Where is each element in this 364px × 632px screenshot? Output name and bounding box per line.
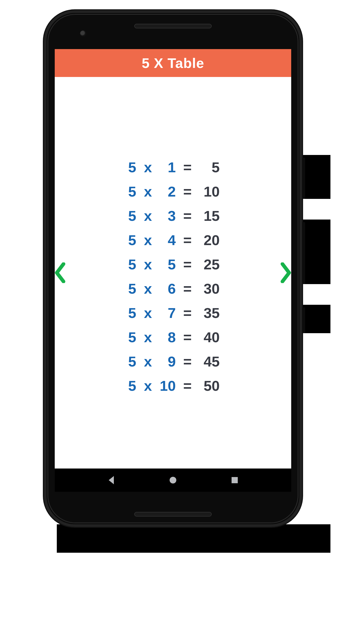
- chevron-left-icon: [55, 262, 66, 283]
- row-result: 50: [199, 379, 220, 393]
- row-equals: =: [180, 257, 194, 272]
- row-equals: =: [180, 160, 194, 175]
- row-result: 30: [199, 282, 220, 296]
- row-x: x: [143, 306, 153, 320]
- speaker-top: [134, 24, 212, 28]
- row-x: x: [143, 257, 153, 272]
- svg-rect-1: [232, 477, 238, 483]
- row-x: x: [143, 354, 153, 369]
- row-result: 25: [199, 257, 220, 272]
- row-result: 35: [199, 306, 220, 320]
- volume-down-button[interactable]: [302, 222, 305, 284]
- row-x: x: [143, 330, 153, 345]
- table-row: 5x2=10: [126, 184, 220, 199]
- svg-point-0: [170, 477, 176, 483]
- front-camera: [80, 30, 86, 37]
- row-x: x: [143, 209, 153, 223]
- row-multiplier: 1: [158, 160, 176, 175]
- row-base: 5: [126, 233, 138, 247]
- row-base: 5: [126, 282, 138, 296]
- content-area: 5x1=55x2=105x3=155x4=205x5=255x6=305x7=3…: [55, 77, 291, 469]
- table-row: 5x7=35: [126, 306, 220, 320]
- power-button[interactable]: [302, 307, 305, 333]
- table-row: 5x1=5: [126, 160, 220, 175]
- row-multiplier: 10: [158, 379, 176, 393]
- row-multiplier: 2: [158, 184, 176, 199]
- row-equals: =: [180, 330, 194, 345]
- row-equals: =: [180, 306, 194, 320]
- row-base: 5: [126, 330, 138, 345]
- nav-back-icon: [106, 475, 116, 485]
- row-base: 5: [126, 379, 138, 393]
- row-equals: =: [180, 282, 194, 296]
- row-equals: =: [180, 354, 194, 369]
- app-title-bar: 5 X Table: [55, 49, 291, 77]
- table-row: 5x10=50: [126, 379, 220, 393]
- row-base: 5: [126, 354, 138, 369]
- row-result: 5: [199, 160, 220, 175]
- row-multiplier: 6: [158, 282, 176, 296]
- nav-home-icon: [168, 475, 178, 485]
- table-row: 5x4=20: [126, 233, 220, 247]
- row-multiplier: 9: [158, 354, 176, 369]
- prev-table-button[interactable]: [55, 262, 66, 283]
- row-x: x: [143, 233, 153, 247]
- next-table-button[interactable]: [280, 262, 291, 283]
- row-equals: =: [180, 209, 194, 223]
- row-equals: =: [180, 184, 194, 199]
- row-multiplier: 3: [158, 209, 176, 223]
- row-base: 5: [126, 209, 138, 223]
- chevron-right-icon: [280, 262, 291, 283]
- row-base: 5: [126, 184, 138, 199]
- android-home-button[interactable]: [168, 475, 178, 485]
- row-equals: =: [180, 379, 194, 393]
- row-result: 15: [199, 209, 220, 223]
- volume-up-button[interactable]: [302, 158, 305, 199]
- row-result: 20: [199, 233, 220, 247]
- table-row: 5x3=15: [126, 209, 220, 223]
- row-multiplier: 4: [158, 233, 176, 247]
- screen: 5 X Table 5x1=55x2=105x3=155x4=205x5=255…: [55, 49, 291, 492]
- row-equals: =: [180, 233, 194, 247]
- row-multiplier: 8: [158, 330, 176, 345]
- times-table: 5x1=55x2=105x3=155x4=205x5=255x6=305x7=3…: [126, 150, 220, 403]
- android-back-button[interactable]: [106, 475, 116, 485]
- row-base: 5: [126, 257, 138, 272]
- speaker-bottom: [134, 512, 212, 517]
- android-recent-button[interactable]: [230, 475, 240, 485]
- row-result: 45: [199, 354, 220, 369]
- table-row: 5x6=30: [126, 282, 220, 296]
- row-result: 10: [199, 184, 220, 199]
- row-x: x: [143, 160, 153, 175]
- page-title: 5 X Table: [142, 55, 204, 71]
- row-x: x: [143, 379, 153, 393]
- phone-frame: 5 X Table 5x1=55x2=105x3=155x4=205x5=255…: [44, 10, 302, 527]
- table-row: 5x9=45: [126, 354, 220, 369]
- nav-recent-icon: [230, 475, 240, 485]
- table-row: 5x5=25: [126, 257, 220, 272]
- row-x: x: [143, 184, 153, 199]
- row-multiplier: 5: [158, 257, 176, 272]
- android-nav-bar: [55, 469, 291, 492]
- table-row: 5x8=40: [126, 330, 220, 345]
- row-base: 5: [126, 160, 138, 175]
- row-multiplier: 7: [158, 306, 176, 320]
- row-x: x: [143, 282, 153, 296]
- row-base: 5: [126, 306, 138, 320]
- row-result: 40: [199, 330, 220, 345]
